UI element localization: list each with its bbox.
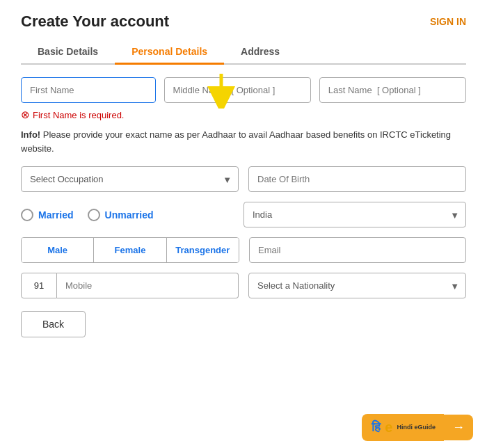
middle-name-input[interactable] xyxy=(164,77,311,103)
email-input[interactable] xyxy=(249,237,466,263)
page-title: Create Your account xyxy=(21,13,169,31)
gender-buttons: Male Female Transgender xyxy=(21,237,239,263)
married-label: Married xyxy=(38,209,74,221)
dob-input[interactable] xyxy=(248,166,466,192)
marital-options: Married Unmarried xyxy=(21,209,244,221)
first-name-error: ⊗ First Name is required. xyxy=(21,109,466,121)
logo-sub-text: Hindi eGuide xyxy=(397,424,436,431)
gender-male-btn[interactable]: Male xyxy=(22,238,94,262)
unmarried-radio[interactable] xyxy=(88,209,100,221)
tabs-row: Basic Details Personal Details Address xyxy=(21,40,466,65)
logo-hindi-text: हि xyxy=(372,420,381,435)
married-radio[interactable] xyxy=(21,209,33,221)
error-icon: ⊗ xyxy=(21,109,30,121)
logo-badge: हि e Hindi eGuide xyxy=(362,414,444,441)
unmarried-label: Unmarried xyxy=(105,209,154,221)
mobile-input[interactable] xyxy=(57,273,239,298)
occupation-select[interactable]: Select Occupation Student Self Employed … xyxy=(21,166,239,192)
sign-in-link[interactable]: SIGN IN xyxy=(430,16,466,27)
logo-arrow: → xyxy=(444,415,473,440)
country-code-box: 91 xyxy=(21,273,57,298)
occupation-col: Select Occupation Student Self Employed … xyxy=(21,166,239,192)
error-text: First Name is required. xyxy=(33,110,124,120)
first-name-input[interactable] xyxy=(21,77,156,103)
phone-nationality-row: 91 Select a Nationality Indian American … xyxy=(21,273,466,298)
phone-left: 91 xyxy=(21,273,239,298)
first-name-wrap xyxy=(21,77,156,103)
logo-e-text: e xyxy=(385,419,392,435)
name-fields-row xyxy=(21,77,466,103)
nationality-select[interactable]: Select a Nationality Indian American Bri… xyxy=(248,273,466,298)
country-select[interactable]: India USA UK xyxy=(244,202,466,227)
tab-personal-details[interactable]: Personal Details xyxy=(115,40,224,65)
unmarried-option[interactable]: Unmarried xyxy=(88,209,154,221)
dob-col xyxy=(248,166,466,192)
middle-name-wrap xyxy=(164,77,311,103)
back-button[interactable]: Back xyxy=(21,311,86,337)
country-col: India USA UK ▼ xyxy=(244,202,466,227)
email-col xyxy=(249,237,466,263)
country-select-wrapper: India USA UK ▼ xyxy=(244,202,466,227)
occupation-select-wrapper: Select Occupation Student Self Employed … xyxy=(21,166,239,192)
info-box: Info! Please provide your exact name as … xyxy=(21,128,466,155)
nationality-select-wrapper: Select a Nationality Indian American Bri… xyxy=(248,273,466,298)
bottom-logo: हि e Hindi eGuide → xyxy=(362,414,473,441)
gender-transgender-btn[interactable]: Transgender xyxy=(167,238,239,262)
occupation-dob-row: Select Occupation Student Self Employed … xyxy=(21,166,466,192)
tab-basic-details[interactable]: Basic Details xyxy=(21,40,115,65)
last-name-input[interactable] xyxy=(319,77,466,103)
marital-row: Married Unmarried India USA UK ▼ xyxy=(21,202,466,227)
info-label: Info! xyxy=(21,129,40,140)
info-text: Please provide your exact name as per Aa… xyxy=(21,129,451,154)
gender-female-btn[interactable]: Female xyxy=(94,238,166,262)
gender-email-row: Male Female Transgender xyxy=(21,237,466,263)
last-name-wrap xyxy=(319,77,466,103)
married-option[interactable]: Married xyxy=(21,209,74,221)
nationality-col: Select a Nationality Indian American Bri… xyxy=(248,273,466,298)
tab-address[interactable]: Address xyxy=(224,40,296,65)
